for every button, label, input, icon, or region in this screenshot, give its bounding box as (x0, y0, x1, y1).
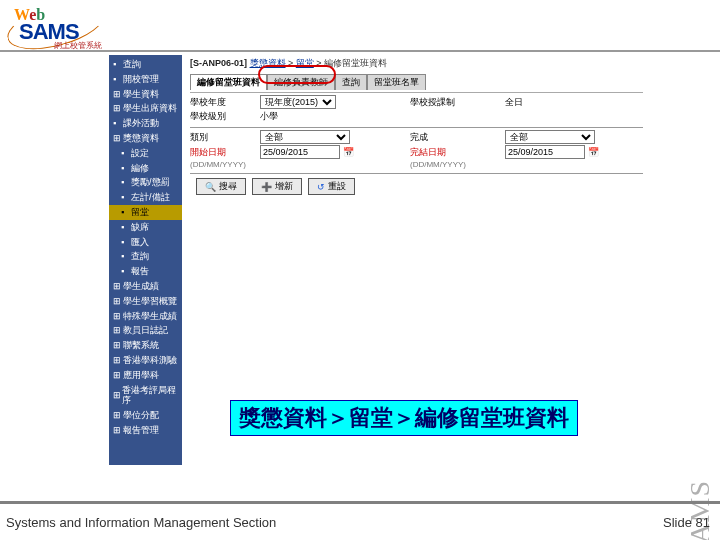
sidebar-item-label: 報告管理 (123, 425, 159, 436)
header-divider (0, 50, 720, 52)
sidebar-subitem[interactable]: ▪匯入 (109, 235, 182, 250)
bullet-icon: ▪ (121, 237, 131, 248)
search-icon: 🔍 (205, 182, 216, 192)
end-date-input[interactable] (505, 145, 585, 159)
sidebar-item-label: 香港學科測驗 (123, 355, 177, 366)
sidebar-item[interactable]: ⊞特殊學生成績 (109, 309, 182, 324)
end-date-format-hint: (DD/MM/YYYY) (410, 160, 505, 169)
sidebar-item[interactable]: ⊞學生學習概覽 (109, 294, 182, 309)
bullet-icon: ▪ (113, 59, 123, 70)
class-code-label: 類別 (190, 131, 260, 144)
sidebar-item[interactable]: ⊞學生出席資料 (109, 101, 182, 116)
sidebar-subitem-label: 左計/備註 (131, 192, 170, 203)
sidebar-subitem-label: 留堂 (131, 207, 149, 218)
school-level-value: 小學 (260, 110, 410, 123)
search-button-label: 搜尋 (219, 180, 237, 193)
sidebar-item-label: 查詢 (123, 59, 141, 70)
sidebar-item[interactable]: ⊞學位分配 (109, 408, 182, 423)
breadcrumb-current: 編修留堂班資料 (324, 58, 387, 68)
sidebar-subitem-label: 設定 (131, 148, 149, 159)
slide-footer: Systems and Information Management Secti… (0, 500, 720, 540)
sidebar-subitem-label: 獎勵/懲罰 (131, 177, 170, 188)
callout-nav-path: 獎懲資料＞留堂＞編修留堂班資料 (230, 400, 578, 436)
completion-status-select[interactable]: 全部 (505, 130, 595, 144)
school-session-value: 全日 (505, 96, 635, 109)
sidebar-item[interactable]: ⊞應用學科 (109, 368, 182, 383)
bullet-icon: ▪ (121, 207, 131, 218)
bullet-icon: ▪ (121, 222, 131, 233)
sidebar-item[interactable]: ⊞香港學科測驗 (109, 353, 182, 368)
search-form: 學校年度 現年度(2015) 學校授課制 全日 學校級別 小學 類別 全部 (184, 90, 649, 195)
sidebar-item[interactable]: ⊞聯繫系統 (109, 338, 182, 353)
sidebar-subitem-label: 報告 (131, 266, 149, 277)
calendar-icon[interactable]: 📅 (588, 147, 599, 157)
school-session-label: 學校授課制 (410, 96, 505, 109)
footer-left-text: Systems and Information Management Secti… (6, 515, 276, 530)
breadcrumb: [S-ANP06-01] 獎懲資料 > 留堂 > 編修留堂班資料 (184, 55, 649, 72)
bullet-icon: ▪ (113, 74, 123, 85)
sidebar-item[interactable]: ▪查詢 (109, 57, 182, 72)
reset-button[interactable]: ↺ 重設 (308, 178, 355, 195)
tab[interactable]: 編修留堂班資料 (190, 74, 267, 90)
start-date-input[interactable] (260, 145, 340, 159)
class-code-select[interactable]: 全部 (260, 130, 350, 144)
sidebar-item[interactable]: ⊞獎懲資料 (109, 131, 182, 146)
sidebar-subitem[interactable]: ▪留堂 (109, 205, 182, 220)
reset-icon: ↺ (317, 182, 325, 192)
sidebar-item[interactable]: ⊞學生成績 (109, 279, 182, 294)
calendar-icon[interactable]: 📅 (343, 147, 354, 157)
sidebar-subitem[interactable]: ▪缺席 (109, 220, 182, 235)
sidebar-item-label: 特殊學生成績 (123, 311, 177, 322)
page-code: [S-ANP06-01] (190, 58, 247, 68)
plus-icon: ⊞ (113, 370, 123, 381)
bullet-icon: ▪ (121, 177, 131, 188)
completion-status-label: 完成 (410, 131, 505, 144)
sidebar-item-label: 開校管理 (123, 74, 159, 85)
sidebar-item[interactable]: ▪課外活動 (109, 116, 182, 131)
sidebar-subitem-label: 缺席 (131, 222, 149, 233)
bullet-icon: ▪ (121, 163, 131, 174)
tab[interactable]: 查詢 (335, 74, 367, 90)
sidebar-item[interactable]: ▪開校管理 (109, 72, 182, 87)
school-year-select[interactable]: 現年度(2015) (260, 95, 336, 109)
tab[interactable]: 留堂班名單 (367, 74, 426, 90)
plus-icon: ⊞ (113, 311, 123, 322)
sidebar-subitem[interactable]: ▪編修 (109, 161, 182, 176)
bullet-icon: ▪ (113, 118, 123, 129)
sidebar-item-label: 課外活動 (123, 118, 159, 129)
sidebar-item-label: 香港考評局程序 (122, 385, 180, 407)
footer-slide-number: Slide 81 (663, 515, 710, 530)
add-button[interactable]: ➕ 增新 (252, 178, 302, 195)
sidebar-item[interactable]: ⊞教員日誌記 (109, 323, 182, 338)
sidebar-item[interactable]: ⊞學生資料 (109, 87, 182, 102)
sidebar-subitem[interactable]: ▪獎勵/懲罰 (109, 175, 182, 190)
search-button[interactable]: 🔍 搜尋 (196, 178, 246, 195)
plus-icon: ⊞ (113, 325, 123, 336)
tab[interactable]: 編修負責教師 (267, 74, 335, 90)
plus-icon: ⊞ (113, 133, 123, 144)
sidebar-item[interactable]: ⊞香港考評局程序 (109, 383, 182, 409)
plus-icon: ⊞ (113, 296, 123, 307)
sidebar-nav: ▪查詢▪開校管理⊞學生資料⊞學生出席資料▪課外活動⊞獎懲資料▪設定▪編修▪獎勵/… (109, 55, 182, 465)
plus-icon: ⊞ (113, 390, 122, 401)
sidebar-item-label: 獎懲資料 (123, 133, 159, 144)
plus-icon: ⊞ (113, 425, 123, 436)
add-icon: ➕ (261, 182, 272, 192)
sidebar-subitem[interactable]: ▪左計/備註 (109, 190, 182, 205)
breadcrumb-link-2[interactable]: 留堂 (296, 58, 314, 68)
bullet-icon: ▪ (121, 251, 131, 262)
sidebar-item-label: 應用學科 (123, 370, 159, 381)
reset-button-label: 重設 (328, 180, 346, 193)
plus-icon: ⊞ (113, 89, 123, 100)
add-button-label: 增新 (275, 180, 293, 193)
sidebar-subitem[interactable]: ▪報告 (109, 264, 182, 279)
tab-bar: 編修留堂班資料編修負責教師查詢留堂班名單 (190, 74, 649, 90)
breadcrumb-link-1[interactable]: 獎懲資料 (250, 58, 286, 68)
sidebar-item-label: 學生出席資料 (123, 103, 177, 114)
sidebar-item-label: 學生學習概覽 (123, 296, 177, 307)
bullet-icon: ▪ (121, 148, 131, 159)
sidebar-subitem[interactable]: ▪設定 (109, 146, 182, 161)
sidebar-item[interactable]: ⊞報告管理 (109, 423, 182, 438)
sidebar-item-label: 學生資料 (123, 89, 159, 100)
sidebar-subitem[interactable]: ▪查詢 (109, 249, 182, 264)
